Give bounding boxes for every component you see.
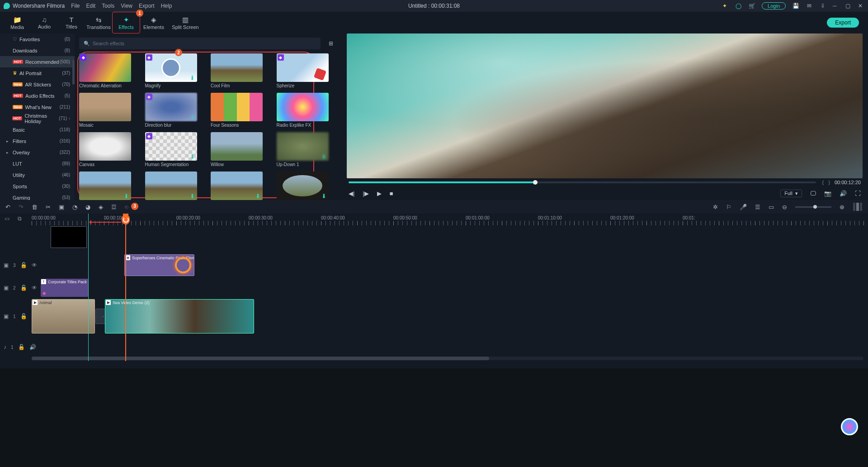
sidebar-item-basic[interactable]: Basic(118) [0,124,75,135]
split-button[interactable]: ✂ [46,204,51,210]
close-button[interactable]: ✕ [858,3,864,9]
track-head-2[interactable]: ▣2 🔓 👁 [0,279,32,297]
volume-icon[interactable]: 🔊 [840,190,847,197]
lock-icon[interactable]: 🔓 [20,262,27,268]
maximize-button[interactable]: ▢ [845,3,852,9]
effect-thumb[interactable]: ◆⬇ [145,53,197,82]
sidebar-item-christmas-holiday[interactable]: HOTChristmas Holiday(71)› [0,113,75,124]
timeline-ruler[interactable]: ▭ ⧉ 00:00:00:0000:00:10:0000:00:20:0000:… [0,214,868,225]
download-icon[interactable]: ⬇ [255,193,262,199]
effect-item[interactable]: ⬇ [145,172,197,201]
sidebar-item-filters[interactable]: ▸Filters(316) [0,135,75,147]
download-icon[interactable]: ⬇ [124,193,130,199]
tab-effects[interactable]: ✦Effects [113,12,140,33]
clip-titles[interactable]: T Corporate Titles Pack ◆ [41,279,88,297]
marker-button[interactable]: ⚐ [726,204,731,210]
effect-thumb[interactable] [79,93,131,121]
speaker-icon[interactable]: 🔊 [29,344,36,350]
tab-audio[interactable]: ♫Audio [31,12,58,33]
effect-item[interactable]: ⬇ [211,172,263,201]
effect-thumb[interactable]: ◆ [79,53,131,82]
effect-thumb[interactable]: ◆ [277,53,329,82]
effect-item[interactable]: ◆Spherize [277,53,329,88]
save-icon[interactable]: 💾 [792,2,799,10]
effect-thumb[interactable]: ◆⬇ [145,93,197,121]
sidebar-item-utility[interactable]: Utility(46) [0,169,75,181]
stop-button[interactable]: ■ [390,190,393,197]
download-icon[interactable]: ⬇ [321,114,328,120]
tab-media[interactable]: 📁Media [4,12,31,33]
sidebar-item-recommended[interactable]: HOTRecommended(500) [0,56,75,67]
sidebar-item-ai-portrait[interactable]: ♛AI Portrait(37) [0,67,75,79]
tab-elements[interactable]: ◈Elements [140,12,167,33]
menu-file[interactable]: File [71,3,80,9]
effect-thumb[interactable] [211,53,263,82]
menu-help[interactable]: Help [161,3,172,9]
mark-out-icon[interactable]: } [828,180,830,185]
snap-button[interactable]: ▭ [769,204,774,210]
effect-item[interactable]: ◆Chromatic Aberration [79,53,131,88]
effect-item[interactable]: ⬇ [277,172,329,201]
quality-selector[interactable]: Full▾ [780,190,802,197]
display-icon[interactable]: 🖵 [810,190,816,197]
effect-item[interactable]: ◆⬇Magnify [145,53,197,88]
crop-button[interactable]: ▣ [59,204,64,210]
effect-thumb[interactable] [79,132,131,161]
tab-transitions[interactable]: ⇆Transitions [85,12,112,33]
render-button[interactable]: ✲ [713,204,718,210]
download-icon[interactable]: ⬇ [190,153,196,160]
track-head-audio[interactable]: ♪1 🔓 🔊 [0,342,32,352]
effect-thumb[interactable]: ⬇ [277,132,329,161]
redo-button[interactable]: ↷ [19,204,24,210]
track-head-3[interactable]: ▣3 🔓 👁 [0,253,32,277]
download-icon[interactable]: ⬇ [190,75,196,81]
export-button[interactable]: Export [827,18,859,28]
eye-icon[interactable]: 👁 [32,262,37,268]
lock-icon[interactable]: 🔓 [20,313,27,319]
download-icon[interactable]: ⬇ [190,193,196,199]
preview-canvas[interactable] [347,33,863,178]
zoom-slider[interactable] [795,206,831,208]
playhead[interactable] [125,216,126,361]
effect-item[interactable]: Canvas [79,132,131,167]
sidebar-item-what-s-new[interactable]: NewWhat's New(211) [0,101,75,113]
color-button[interactable]: ◈ [99,204,103,210]
effect-thumb[interactable] [211,93,263,121]
effect-item[interactable]: ⬇Radio Explike FX [277,93,329,128]
clip-sea-video[interactable]: ▶ Sea Video Demo (2) [105,299,254,334]
snapshot-icon[interactable]: 📷 [824,190,831,197]
magnet-icon[interactable]: ⧉ [18,215,22,222]
effect-item[interactable]: Willow [211,132,263,167]
effect-item[interactable]: ⬇Up-Down 1 [277,132,329,167]
menu-view[interactable]: View [121,3,132,9]
effect-thumb[interactable]: ⬇ [145,172,197,200]
effect-thumb[interactable] [211,132,263,161]
minimize-button[interactable]: ─ [833,3,839,9]
prev-frame-button[interactable]: ◀| [349,190,354,197]
tab-titles[interactable]: TTitles [58,12,85,33]
effect-item[interactable]: ⬇ [79,172,131,201]
sidebar-item-gaming[interactable]: Gaming(53) [0,192,75,200]
effect-item[interactable]: Cool Film [211,53,263,88]
lock-icon[interactable]: 🔓 [18,344,25,350]
effect-item[interactable]: ◆⬇Direction blur [145,93,197,128]
fullscreen-icon[interactable]: ⛶ [855,190,861,197]
effect-item[interactable]: Four Seasons [211,93,263,128]
login-button[interactable]: Login [762,2,786,10]
effect-item[interactable]: Mosaic [79,93,131,128]
search-input[interactable]: 🔍 Search effects [79,38,321,49]
mark-in-icon[interactable]: { [822,180,824,185]
delete-button[interactable]: 🗑 [32,204,38,210]
voiceover-button[interactable]: 🎤 [740,204,747,210]
clip-animal[interactable]: ▶ Animal [32,299,95,334]
tab-split-screen[interactable]: ▥Split Screen [167,12,203,33]
sidebar-item-ar-stickers[interactable]: NewAR Stickers(70) [0,79,75,90]
clip-element[interactable]: ◈ Superheroes Cinematic Pack Element [124,254,194,276]
download-icon[interactable]: ⬇ [321,193,328,199]
effect-item[interactable]: ◆⬇Human Segmentation [145,132,197,167]
zoom-in-button[interactable]: ⊕ [840,204,844,210]
lock-icon[interactable]: 🔓 [20,285,27,291]
eye-icon[interactable]: 👁 [32,285,37,291]
keyframe-button[interactable]: ⎋ [125,204,128,210]
timeline-scroll-indicator[interactable] [853,203,863,211]
